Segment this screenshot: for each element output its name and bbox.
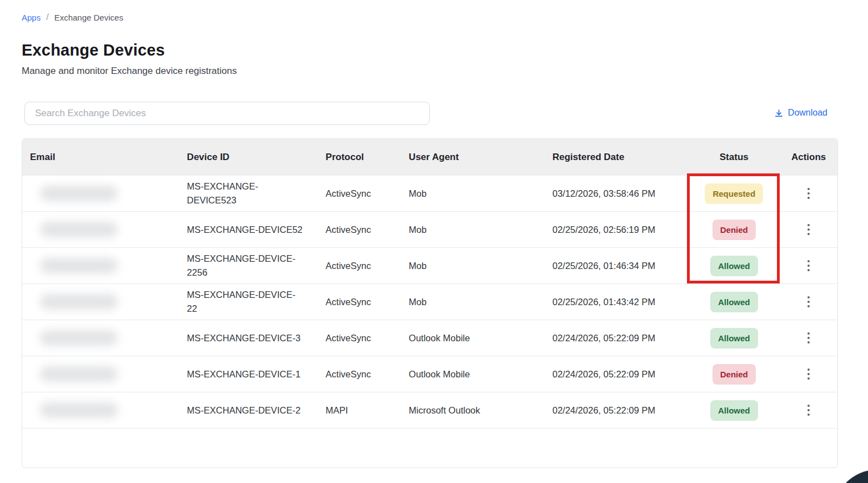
device-id-cell: MS-EXCHANGE-DEVICE-22 [180, 288, 319, 316]
redacted-email [40, 258, 118, 273]
breadcrumb: Apps / Exchange Devices [22, 12, 123, 22]
redacted-email [40, 186, 118, 201]
column-header-actions: Actions [780, 152, 837, 163]
column-header-user-agent: User Agent [402, 152, 548, 163]
device-id-cell: MS-EXCHANGE-DEVICE-3 [180, 331, 319, 345]
download-button[interactable]: Download [774, 108, 827, 118]
status-badge: Requested [705, 183, 763, 204]
user-agent-cell: Outlook Mobile [402, 331, 548, 345]
registered-date-cell: 02/24/2026, 05:22:09 PM [548, 404, 689, 417]
device-id-cell: MS-EXCHANGE-DEVICE-2256 [180, 252, 319, 280]
user-agent-cell: Mob [402, 259, 548, 273]
registered-date-cell: 02/25/2026, 01:43:42 PM [548, 295, 689, 309]
breadcrumb-current: Exchange Devices [54, 13, 123, 22]
column-header-protocol: Protocol [319, 152, 402, 163]
column-header-registered-date: Registered Date [548, 152, 689, 163]
row-actions-menu-button[interactable] [804, 221, 813, 238]
table-header-row: Email Device ID Protocol User Agent Regi… [22, 139, 837, 176]
registered-date-cell: 03/12/2026, 03:58:46 PM [548, 187, 689, 201]
protocol-cell: ActiveSync [319, 367, 402, 381]
registered-date-cell: 02/25/2026, 02:56:19 PM [548, 223, 689, 237]
actions-cell [780, 185, 837, 202]
actions-cell [780, 365, 837, 383]
status-badge: Allowed [710, 328, 758, 348]
actions-cell [780, 257, 837, 275]
exchange-devices-table: Email Device ID Protocol User Agent Regi… [22, 138, 838, 468]
status-badge: Denied [713, 220, 756, 240]
page-title: Exchange Devices [22, 41, 165, 59]
search-input[interactable] [24, 102, 430, 125]
table-row: MS-EXCHANGE-DEVICE-2 MAPI Microsoft Outl… [22, 392, 837, 429]
email-cell [22, 186, 180, 201]
row-actions-menu-button[interactable] [804, 257, 813, 275]
status-cell: Denied [688, 220, 780, 240]
column-header-device-id: Device ID [180, 152, 319, 163]
status-badge: Allowed [710, 256, 758, 276]
table-row: MS-EXCHANGE-DEVICE-1 ActiveSync Outlook … [22, 356, 837, 392]
status-cell: Allowed [688, 256, 780, 276]
actions-cell [780, 401, 837, 419]
protocol-cell: ActiveSync [319, 223, 402, 237]
user-agent-cell: Outlook Mobile [402, 367, 548, 381]
actions-cell [780, 329, 837, 347]
registered-date-cell: 02/24/2026, 05:22:09 PM [548, 331, 689, 345]
table-row: MS-EXCHANGE-DEVICE52 ActiveSync Mob 02/2… [22, 212, 837, 248]
table-body: MS-EXCHANGE-DEVICE523 ActiveSync Mob 03/… [22, 176, 837, 429]
exchange-devices-page: Apps / Exchange Devices Exchange Devices… [0, 0, 868, 483]
device-id-cell: MS-EXCHANGE-DEVICE52 [180, 223, 319, 237]
registered-date-cell: 02/25/2026, 01:46:34 PM [548, 259, 689, 273]
download-label: Download [788, 108, 827, 118]
email-cell [22, 330, 180, 346]
row-actions-menu-button[interactable] [804, 365, 813, 383]
protocol-cell: ActiveSync [319, 295, 402, 309]
redacted-email [40, 366, 118, 382]
protocol-cell: MAPI [319, 404, 402, 417]
protocol-cell: ActiveSync [319, 259, 402, 273]
breadcrumb-apps-link[interactable]: Apps [22, 13, 41, 22]
user-agent-cell: Mob [402, 187, 548, 201]
table-row: MS-EXCHANGE-DEVICE-22 ActiveSync Mob 02/… [22, 284, 837, 320]
redacted-email [40, 294, 118, 310]
actions-cell [780, 221, 837, 238]
device-id-cell: MS-EXCHANGE-DEVICE-2 [180, 404, 319, 417]
row-actions-menu-button[interactable] [804, 293, 813, 311]
user-agent-cell: Mob [402, 223, 548, 237]
corner-chat-widget-button[interactable] [833, 470, 868, 483]
email-cell [22, 222, 180, 237]
column-header-status: Status [688, 152, 780, 163]
breadcrumb-separator: / [46, 12, 48, 22]
status-badge: Denied [713, 364, 756, 385]
status-cell: Allowed [688, 400, 780, 421]
status-cell: Denied [688, 364, 780, 385]
device-id-cell: MS-EXCHANGE-DEVICE523 [180, 180, 319, 207]
status-cell: Allowed [688, 328, 780, 348]
actions-cell [780, 293, 837, 311]
page-subtitle: Manage and monitor Exchange device regis… [22, 66, 237, 77]
email-cell [22, 258, 180, 273]
redacted-email [40, 330, 118, 346]
email-cell [22, 366, 180, 382]
status-badge: Allowed [710, 292, 758, 312]
row-actions-menu-button[interactable] [804, 329, 813, 347]
row-actions-menu-button[interactable] [804, 401, 813, 419]
email-cell [22, 402, 180, 418]
table-row: MS-EXCHANGE-DEVICE-2256 ActiveSync Mob 0… [22, 248, 837, 284]
download-icon [774, 108, 784, 118]
device-id-cell: MS-EXCHANGE-DEVICE-1 [180, 367, 319, 381]
status-cell: Allowed [688, 292, 780, 312]
redacted-email [40, 222, 118, 237]
column-header-email: Email [22, 152, 180, 163]
email-cell [22, 294, 180, 310]
user-agent-cell: Microsoft Outlook [402, 404, 548, 417]
status-cell: Requested [688, 183, 780, 204]
registered-date-cell: 02/24/2026, 05:22:09 PM [548, 367, 689, 381]
status-badge: Allowed [710, 400, 758, 421]
redacted-email [40, 402, 118, 418]
protocol-cell: ActiveSync [319, 331, 402, 345]
user-agent-cell: Mob [402, 295, 548, 309]
protocol-cell: ActiveSync [319, 187, 402, 201]
table-row: MS-EXCHANGE-DEVICE523 ActiveSync Mob 03/… [22, 176, 837, 212]
row-actions-menu-button[interactable] [804, 185, 813, 202]
table-row: MS-EXCHANGE-DEVICE-3 ActiveSync Outlook … [22, 320, 837, 356]
